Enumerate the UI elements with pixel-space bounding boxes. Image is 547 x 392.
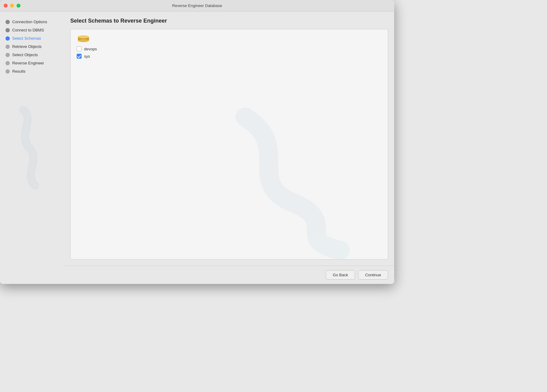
svg-point-2 bbox=[78, 39, 89, 42]
sidebar-label-reverse-engineer: Reverse Engineer bbox=[12, 61, 44, 65]
schema-checkbox-devops[interactable] bbox=[77, 46, 82, 51]
window-controls[interactable] bbox=[4, 4, 20, 8]
main-layout: Connection Options Connect to DBMS Selec… bbox=[0, 12, 394, 284]
window-title: Reverse Engineer Database bbox=[172, 3, 222, 8]
sidebar-label-connection-options: Connection Options bbox=[12, 20, 47, 24]
close-button[interactable] bbox=[4, 4, 8, 8]
sidebar-label-connect-to-dbms: Connect to DBMS bbox=[12, 28, 44, 32]
sidebar-item-connect-to-dbms[interactable]: Connect to DBMS bbox=[3, 26, 61, 34]
sidebar-item-reverse-engineer[interactable]: Reverse Engineer bbox=[3, 59, 61, 67]
sidebar-item-select-objects[interactable]: Select Objects bbox=[3, 51, 61, 59]
right-panel: Select Schemas to Reverse Engineer devop… bbox=[64, 12, 394, 284]
maximize-button[interactable] bbox=[17, 4, 20, 8]
schema-item-devops[interactable]: devops bbox=[77, 46, 382, 51]
sidebar-item-results[interactable]: Results bbox=[3, 67, 61, 75]
step-dot-reverse-engineer bbox=[6, 61, 10, 65]
schema-item-sys[interactable]: sys bbox=[77, 54, 382, 59]
go-back-button[interactable]: Go Back bbox=[326, 270, 355, 280]
bottom-bar: Go Back Continue bbox=[64, 266, 394, 284]
sidebar-label-retrieve-objects: Retrieve Objects bbox=[12, 44, 42, 49]
sidebar-label-select-objects: Select Objects bbox=[12, 53, 38, 57]
step-dot-connection-options bbox=[6, 20, 10, 24]
step-dot-select-schemas bbox=[6, 36, 10, 41]
content-title: Select Schemas to Reverse Engineer bbox=[70, 18, 388, 24]
continue-button[interactable]: Continue bbox=[358, 270, 388, 280]
database-icon bbox=[77, 35, 90, 42]
minimize-button[interactable] bbox=[10, 4, 14, 8]
svg-point-3 bbox=[78, 35, 89, 38]
sidebar: Connection Options Connect to DBMS Selec… bbox=[0, 12, 64, 284]
content-panel: devops sys bbox=[70, 29, 388, 260]
sidebar-item-select-schemas[interactable]: Select Schemas bbox=[3, 34, 61, 42]
sidebar-item-connection-options[interactable]: Connection Options bbox=[3, 18, 61, 26]
content-area: Select Schemas to Reverse Engineer devop… bbox=[64, 12, 394, 266]
step-dot-connect-to-dbms bbox=[6, 28, 10, 32]
sidebar-label-select-schemas: Select Schemas bbox=[12, 36, 41, 41]
sidebar-item-retrieve-objects[interactable]: Retrieve Objects bbox=[3, 42, 61, 51]
sidebar-label-results: Results bbox=[12, 69, 25, 74]
content-watermark bbox=[197, 98, 388, 259]
schema-checkbox-sys[interactable] bbox=[77, 54, 82, 59]
schema-name-devops: devops bbox=[84, 47, 97, 51]
schema-list: devops sys bbox=[77, 46, 382, 59]
step-dot-retrieve-objects bbox=[6, 45, 10, 49]
step-dot-select-objects bbox=[6, 53, 10, 57]
schema-name-sys: sys bbox=[84, 54, 90, 59]
titlebar: Reverse Engineer Database bbox=[0, 0, 394, 12]
step-dot-results bbox=[6, 69, 10, 74]
